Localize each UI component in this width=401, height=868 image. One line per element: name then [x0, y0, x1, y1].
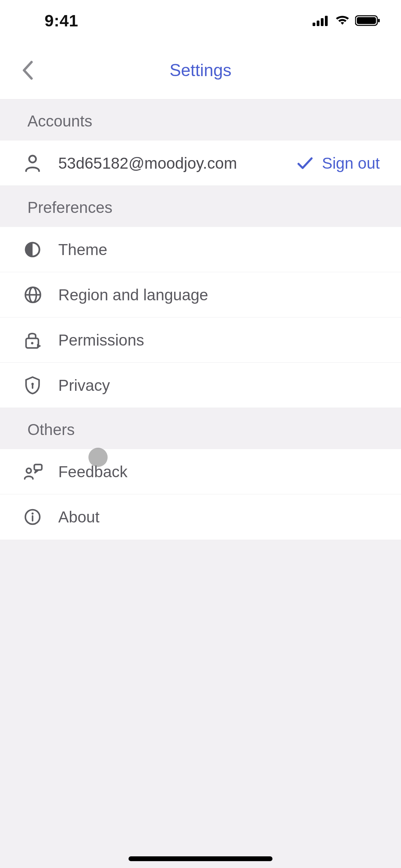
chevron-left-icon — [21, 60, 34, 81]
lock-icon — [24, 331, 58, 349]
about-label: About — [58, 508, 380, 526]
svg-point-7 — [29, 156, 36, 162]
svg-rect-5 — [357, 17, 376, 24]
section-header-accounts: Accounts — [0, 99, 401, 141]
checkmark-icon — [297, 156, 313, 170]
feedback-label: Feedback — [58, 462, 380, 481]
user-icon — [24, 154, 58, 172]
feedback-icon — [24, 463, 58, 480]
svg-point-16 — [26, 468, 31, 473]
svg-point-13 — [31, 342, 34, 344]
row-theme[interactable]: Theme — [0, 227, 401, 272]
svg-rect-6 — [378, 19, 380, 22]
svg-rect-17 — [34, 465, 42, 470]
row-feedback[interactable]: Feedback — [0, 449, 401, 494]
info-icon — [24, 508, 58, 526]
status-time: 9:41 — [45, 11, 78, 30]
sign-out-button[interactable]: Sign out — [297, 154, 380, 172]
home-indicator — [129, 856, 272, 861]
section-header-preferences: Preferences — [0, 186, 401, 227]
region-language-label: Region and language — [58, 286, 380, 304]
header: Settings — [0, 41, 401, 99]
cellular-icon — [313, 15, 330, 26]
row-account[interactable]: 53d65182@moodjoy.com Sign out — [0, 141, 401, 186]
row-privacy[interactable]: Privacy — [0, 363, 401, 408]
row-permissions[interactable]: Permissions — [0, 317, 401, 363]
row-about[interactable]: About — [0, 494, 401, 540]
permissions-label: Permissions — [58, 331, 380, 349]
row-region-language[interactable]: Region and language — [0, 272, 401, 317]
section-header-others: Others — [0, 408, 401, 449]
theme-icon — [24, 241, 58, 258]
theme-label: Theme — [58, 240, 380, 259]
globe-icon — [24, 286, 58, 304]
privacy-label: Privacy — [58, 376, 380, 395]
status-icons — [313, 15, 380, 26]
sign-out-label: Sign out — [322, 154, 380, 172]
svg-rect-0 — [313, 23, 315, 26]
account-email: 53d65182@moodjoy.com — [58, 154, 297, 172]
shield-icon — [24, 376, 58, 395]
battery-icon — [355, 15, 380, 26]
svg-rect-2 — [321, 18, 324, 26]
content: Accounts 53d65182@moodjoy.com Sign out P… — [0, 99, 401, 868]
wifi-icon — [335, 15, 350, 26]
svg-point-19 — [32, 513, 34, 515]
status-bar: 9:41 — [0, 0, 401, 41]
page-title: Settings — [0, 60, 401, 80]
back-button[interactable] — [14, 57, 41, 84]
svg-rect-3 — [325, 16, 328, 26]
svg-rect-1 — [317, 21, 319, 26]
